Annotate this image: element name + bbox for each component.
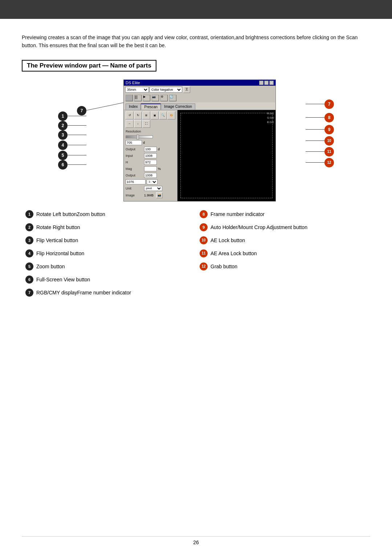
callout-8-right: 8 bbox=[306, 113, 334, 122]
output3-row: 1:1 bbox=[126, 179, 175, 184]
toolbar-icon-4[interactable]: 📷 bbox=[152, 95, 159, 101]
mag-input[interactable] bbox=[144, 166, 157, 171]
frame-icon[interactable]: ⊠ bbox=[142, 111, 150, 119]
part-item-3: 3 Flip Vertical button bbox=[25, 236, 192, 244]
h-row: H bbox=[126, 160, 175, 165]
fullscreen-icon[interactable]: ⛶ bbox=[142, 120, 150, 128]
unit-label: Unit bbox=[126, 187, 143, 190]
tab-prescan[interactable]: Prescan bbox=[141, 103, 161, 110]
line-3 bbox=[68, 135, 86, 135]
color-icon[interactable]: 🎨 bbox=[167, 111, 175, 119]
resolution-label: Resolution bbox=[126, 130, 143, 133]
flip-h-icon[interactable]: ↔ bbox=[126, 120, 134, 128]
unit-select[interactable]: pixel bbox=[144, 186, 162, 191]
parts-list: 1 Rotate Left buttonZoom button 2 Rotate… bbox=[22, 210, 370, 302]
part-badge-12: 12 bbox=[200, 262, 208, 270]
input-row: Input bbox=[126, 153, 175, 158]
film-type-select[interactable]: 35mm bbox=[125, 87, 149, 93]
output-unit: d bbox=[158, 147, 160, 151]
flip-v-icon[interactable]: ↕ bbox=[134, 120, 142, 128]
scale-select[interactable]: 1:1 bbox=[147, 179, 158, 184]
line-6 bbox=[68, 164, 86, 165]
second-toolbar: ||| ▶ 📷 ⚙ 🔄 bbox=[124, 94, 275, 102]
toolbar-icon-5[interactable]: ⚙ bbox=[160, 95, 168, 101]
part-item-8: 8 Frame number indicator bbox=[200, 210, 367, 218]
scanner-content: ↺ ↻ ⊠ ▣ 🔍 🎨 ↔ ↕ ⛶ Resolution bbox=[124, 110, 275, 201]
color-select[interactable]: Color Negative bbox=[150, 87, 182, 93]
tab-image-correction[interactable]: Image Correction bbox=[161, 103, 195, 110]
zoom-icon[interactable]: 🔍 bbox=[159, 111, 167, 119]
line-8 bbox=[306, 117, 324, 118]
callout-7-right: 7 bbox=[306, 99, 334, 109]
scanner-ui-box: DS Elite _ □ × 35mm Color Negative 王 bbox=[123, 80, 276, 201]
part-item-2: 2 Rotate Right button bbox=[25, 223, 192, 231]
tab-index[interactable]: Index bbox=[126, 103, 141, 110]
line-10 bbox=[306, 140, 324, 141]
output3-input[interactable] bbox=[126, 179, 146, 184]
output-input[interactable] bbox=[144, 147, 157, 152]
line-9 bbox=[306, 129, 324, 130]
part-text-10: AE Lock button bbox=[211, 236, 245, 244]
part-badge-8: 8 bbox=[200, 210, 208, 218]
callout-11-right: 11 bbox=[306, 147, 334, 156]
badge-11: 11 bbox=[324, 147, 334, 156]
part-text-3: Flip Vertical button bbox=[36, 236, 78, 244]
close-btn[interactable]: × bbox=[269, 81, 274, 85]
part-item-12: 12 Grab button bbox=[200, 262, 367, 270]
mag-label: Mag bbox=[126, 167, 143, 171]
scan-icon[interactable]: ▣ bbox=[151, 111, 159, 119]
badge-6: 6 bbox=[58, 160, 68, 170]
line-5 bbox=[68, 155, 86, 155]
resolution-row: Resolution bbox=[126, 130, 175, 133]
part-text-12: Grab button bbox=[211, 262, 237, 270]
minimize-btn[interactable]: _ bbox=[259, 81, 264, 85]
part-item-11: 11 AE Area Lock button bbox=[200, 249, 367, 257]
resolution-unit: d bbox=[143, 141, 145, 144]
scan-action-btn[interactable]: 📸 bbox=[156, 192, 163, 198]
callout-3-left: 3 bbox=[58, 130, 86, 140]
output2-row: Output bbox=[126, 173, 175, 178]
line-1 bbox=[68, 116, 86, 116]
page-number: 26 bbox=[193, 539, 199, 545]
toolbar-icon-6[interactable]: 🔄 bbox=[169, 95, 176, 101]
image-label: Image bbox=[126, 194, 143, 197]
part-badge-2: 2 bbox=[25, 223, 33, 231]
callout-2-left: 2 bbox=[58, 121, 86, 130]
output2-input[interactable] bbox=[144, 173, 157, 178]
badge-12: 12 bbox=[324, 158, 334, 167]
part-badge-3: 3 bbox=[25, 236, 33, 244]
resolution-slider[interactable] bbox=[126, 135, 153, 138]
rotate-left-icon[interactable]: ↺ bbox=[126, 111, 134, 119]
titlebar-buttons[interactable]: _ □ × bbox=[259, 81, 274, 85]
part-text-1: Rotate Left buttonZoom button bbox=[36, 210, 105, 218]
badge-5: 5 bbox=[58, 151, 68, 160]
settings-btn[interactable]: 王 bbox=[183, 86, 190, 93]
part-text-7: RGB/CMY displayFrame number indicator bbox=[36, 289, 131, 297]
rotate-right-icon[interactable]: ↻ bbox=[134, 111, 142, 119]
part-item-5: 5 Zoom button bbox=[25, 262, 192, 270]
mag-unit: % bbox=[158, 167, 161, 171]
toolbar-icon-2[interactable]: ||| bbox=[134, 95, 142, 101]
h-label: H bbox=[126, 160, 143, 164]
input-w-input[interactable] bbox=[144, 153, 157, 158]
part-badge-7: 7 bbox=[25, 289, 33, 297]
callout-12-right: 12 bbox=[306, 158, 334, 167]
first-toolbar: 35mm Color Negative 王 bbox=[124, 86, 275, 94]
toolbar-icon-1[interactable] bbox=[126, 95, 133, 101]
input-h-input[interactable] bbox=[144, 160, 157, 165]
maximize-btn[interactable]: □ bbox=[264, 81, 269, 85]
toolbar-icon-3[interactable]: ▶ bbox=[143, 95, 150, 101]
callout-5-left: 5 bbox=[58, 151, 86, 160]
part-badge-6: 6 bbox=[25, 276, 33, 284]
resolution-input[interactable] bbox=[126, 140, 142, 145]
g-value: G:0/0 bbox=[267, 116, 274, 120]
part-text-9: Auto Holder/Mount Crop Adjustment button bbox=[211, 223, 307, 231]
parts-col-right: 8 Frame number indicator 9 Auto Holder/M… bbox=[196, 210, 370, 302]
callout-9-right: 9 bbox=[306, 125, 334, 134]
part-badge-10: 10 bbox=[200, 236, 208, 244]
b-value: B:0/0 bbox=[267, 120, 274, 125]
part-text-4: Flip Horizontal button bbox=[36, 249, 84, 257]
output-row: Output d bbox=[126, 147, 175, 152]
parts-col-left: 1 Rotate Left buttonZoom button 2 Rotate… bbox=[22, 210, 196, 302]
scanner-title: DS Elite bbox=[126, 81, 140, 85]
